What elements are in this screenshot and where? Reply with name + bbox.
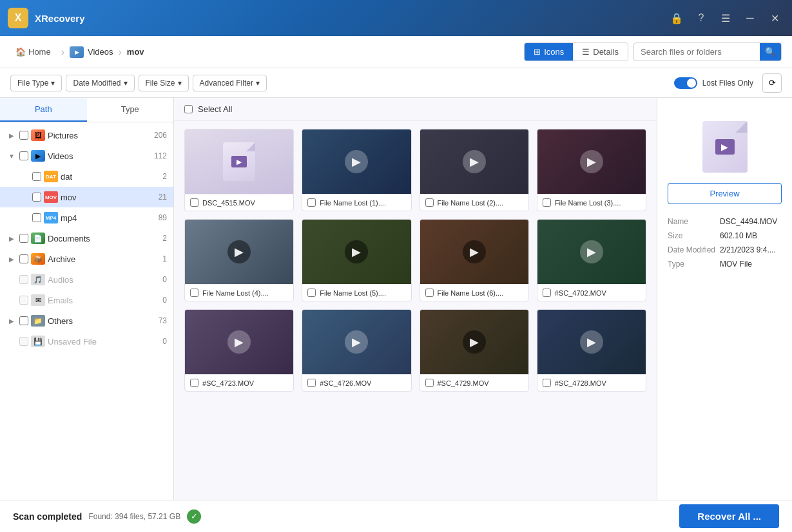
archive-checkbox[interactable] — [19, 254, 28, 263]
mov-checkbox[interactable] — [32, 193, 41, 202]
search-button[interactable]: 🔍 — [760, 43, 781, 61]
lock-icon[interactable]: 🔒 — [667, 8, 686, 28]
file-checkbox[interactable] — [543, 289, 551, 297]
advanced-filter[interactable]: Advanced Filter ▾ — [193, 75, 267, 91]
select-all-checkbox[interactable] — [184, 105, 193, 113]
sidebar-item-videos[interactable]: ▼ ▶ Videos 112 — [0, 146, 173, 166]
sidebar-item-unsaved[interactable]: ▶ 💾 Unsaved File 0 — [0, 331, 173, 352]
file-thumbnail[interactable]: ▶ — [185, 310, 293, 374]
name-label: Name — [668, 217, 716, 226]
file-checkbox[interactable] — [307, 379, 316, 387]
file-thumbnail[interactable]: ▶ — [302, 310, 410, 374]
sidebar-item-audios[interactable]: ▶ 🎵 Audios 0 — [0, 269, 173, 290]
file-thumbnail[interactable]: ▶ — [537, 220, 646, 284]
file-card: ▶ #SC_4728.MOV — [537, 309, 646, 392]
file-thumbnail[interactable]: ▶ — [185, 129, 293, 194]
play-button[interactable]: ▶ — [463, 150, 486, 173]
select-all-label[interactable]: Select All — [198, 104, 232, 114]
file-thumbnail[interactable]: ▶ — [537, 310, 646, 374]
play-button[interactable]: ▶ — [463, 240, 486, 263]
app-logo: X — [8, 8, 28, 28]
file-card: ▶ #SC_4702.MOV — [537, 219, 646, 301]
tab-type[interactable]: Type — [87, 98, 174, 122]
file-type-filter[interactable]: File Type ▾ — [10, 75, 62, 91]
sidebar-count-emails: 0 — [151, 296, 167, 305]
recover-all-button[interactable]: Recover All ... — [679, 504, 779, 528]
file-thumbnail[interactable]: ▶ — [302, 129, 410, 194]
sidebar-item-dat[interactable]: ▶ DAT dat 2 — [0, 166, 173, 187]
sidebar-label-pictures: Pictures — [48, 131, 148, 140]
play-button[interactable]: ▶ — [463, 330, 486, 354]
play-button[interactable]: ▶ — [580, 330, 603, 354]
unsaved-checkbox[interactable] — [19, 337, 28, 346]
play-button[interactable]: ▶ — [227, 240, 251, 263]
sidebar-label-mov: mov — [61, 193, 148, 202]
details-view-button[interactable]: ☰ Details — [573, 43, 628, 61]
app-title: XRecovery — [35, 13, 667, 24]
file-info-date: Date Modified 2/21/2023 9:4.... — [668, 245, 782, 254]
scan-settings-button[interactable]: ⟳ — [762, 73, 782, 93]
sidebar-label-mp4: mp4 — [61, 213, 148, 223]
play-button[interactable]: ▶ — [227, 330, 251, 354]
file-thumbnail[interactable]: ▶ — [420, 220, 528, 284]
sidebar-count-pictures: 206 — [151, 131, 167, 140]
tab-path[interactable]: Path — [0, 98, 87, 122]
minimize-button[interactable]: ─ — [740, 8, 760, 28]
emails-checkbox[interactable] — [19, 296, 28, 305]
sidebar-item-archive[interactable]: ▶ 📦 Archive 1 — [0, 249, 173, 269]
icons-view-button[interactable]: ⊞ Icons — [525, 43, 573, 61]
play-button[interactable]: ▶ — [345, 240, 368, 263]
file-checkbox[interactable] — [425, 198, 434, 207]
file-checkbox[interactable] — [425, 379, 434, 387]
type-label: Type — [668, 260, 716, 269]
play-button[interactable]: ▶ — [580, 150, 603, 173]
docs-checkbox[interactable] — [19, 234, 28, 243]
file-thumbnail[interactable]: ▶ — [537, 129, 646, 194]
expand-icon: ▼ — [6, 151, 17, 161]
file-thumbnail[interactable]: ▶ — [420, 129, 528, 194]
sidebar-item-emails[interactable]: ▶ ✉ Emails 0 — [0, 290, 173, 310]
file-size-filter[interactable]: File Size ▾ — [139, 75, 189, 91]
sidebar-item-mp4[interactable]: ▶ MP4 mp4 89 — [0, 207, 173, 228]
mp4-checkbox[interactable] — [32, 213, 41, 222]
file-thumbnail[interactable]: ▶ — [302, 220, 410, 284]
audios-checkbox[interactable] — [19, 275, 28, 284]
close-button[interactable]: ✕ — [765, 8, 784, 28]
content-area: Path Type ▶ 🖼 Pictures 206 ▼ ▶ Videos — [0, 98, 792, 500]
file-checkbox[interactable] — [307, 289, 316, 297]
date-modified-filter[interactable]: Date Modified ▾ — [66, 75, 134, 91]
sidebar-label-archive: Archive — [48, 254, 148, 264]
others-checkbox[interactable] — [19, 316, 28, 325]
sidebar-label-audios: Audios — [48, 275, 148, 285]
emails-icon: ✉ — [31, 294, 45, 306]
file-thumbnail[interactable]: ▶ — [420, 310, 528, 374]
sidebar-item-documents[interactable]: ▶ 📄 Documents 2 — [0, 228, 173, 249]
file-checkbox[interactable] — [543, 379, 551, 387]
dat-checkbox[interactable] — [32, 172, 41, 181]
file-checkbox[interactable] — [190, 289, 198, 297]
pictures-icon: 🖼 — [31, 129, 45, 141]
file-checkbox[interactable] — [190, 198, 198, 207]
preview-button[interactable]: Preview — [668, 183, 782, 204]
file-checkbox[interactable] — [425, 289, 434, 297]
menu-icon[interactable]: ☰ — [716, 8, 735, 28]
file-checkbox[interactable] — [190, 379, 198, 387]
play-button[interactable]: ▶ — [580, 240, 603, 263]
pictures-checkbox[interactable] — [19, 131, 28, 140]
play-button[interactable]: ▶ — [345, 150, 368, 173]
breadcrumb-videos[interactable]: ▶ Videos — [70, 46, 113, 58]
lost-files-switch[interactable] — [674, 77, 697, 89]
sidebar-item-others[interactable]: ▶ 📁 Others 73 — [0, 310, 173, 331]
videos-checkbox[interactable] — [19, 151, 28, 160]
file-checkbox[interactable] — [307, 198, 316, 207]
file-thumbnail[interactable]: ▶ — [185, 220, 293, 284]
file-name: File Name Lost (4).... — [202, 289, 288, 297]
file-checkbox[interactable] — [543, 198, 551, 207]
sidebar-item-mov[interactable]: ▶ MOV mov 21 — [0, 187, 173, 207]
search-input[interactable] — [634, 43, 760, 61]
view-toggle: ⊞ Icons ☰ Details — [524, 43, 628, 61]
sidebar-item-pictures[interactable]: ▶ 🖼 Pictures 206 — [0, 125, 173, 146]
play-button[interactable]: ▶ — [345, 330, 368, 354]
help-icon[interactable]: ? — [691, 8, 711, 28]
home-nav[interactable]: 🏠 Home — [10, 44, 56, 59]
